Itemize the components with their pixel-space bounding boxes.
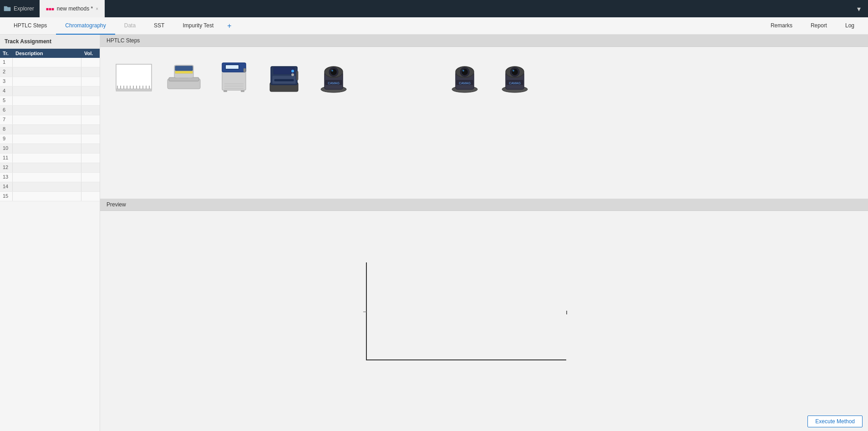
instrument-tlc-plate[interactable]: [114, 56, 155, 97]
track-volume[interactable]: [81, 154, 100, 163]
track-number: 3: [0, 77, 13, 86]
track-description[interactable]: [13, 87, 81, 96]
tab-dirty-indicator: ■■■: [46, 6, 54, 11]
track-description[interactable]: [13, 106, 81, 115]
track-description[interactable]: [13, 192, 81, 201]
tab-sst[interactable]: SST: [145, 17, 173, 35]
instrument-detector1[interactable]: CAMAG: [314, 56, 355, 97]
table-row[interactable]: 14: [0, 182, 100, 192]
preview-content: [100, 211, 868, 412]
chamber-blue-icon: [214, 56, 255, 97]
main-tab[interactable]: ■■■ new methods * ×: [40, 0, 105, 17]
track-number: 13: [0, 173, 13, 182]
svg-rect-23: [226, 65, 239, 69]
track-volume[interactable]: [81, 134, 100, 144]
svg-point-36: [291, 73, 294, 76]
track-description[interactable]: [13, 58, 81, 67]
track-number: 6: [0, 106, 13, 115]
table-row[interactable]: 13: [0, 173, 100, 182]
table-row[interactable]: 2: [0, 67, 100, 77]
track-number: 2: [0, 67, 13, 77]
track-number: 11: [0, 154, 13, 163]
track-description[interactable]: [13, 182, 81, 191]
instrument-detector3[interactable]: CAMAG: [495, 56, 536, 97]
nav-tabs: HPTLC Steps Chromatography Data SST Impu…: [0, 17, 868, 35]
track-volume[interactable]: [81, 144, 100, 153]
preview-header: Preview: [100, 199, 868, 211]
tab-log[interactable]: Log: [836, 17, 863, 35]
track-description[interactable]: [13, 67, 81, 77]
track-number: 15: [0, 192, 13, 201]
track-number: 1: [0, 58, 13, 67]
add-tab-button[interactable]: +: [223, 17, 236, 35]
tab-report[interactable]: Report: [802, 17, 836, 35]
track-description[interactable]: [13, 173, 81, 182]
svg-rect-17: [175, 71, 193, 73]
track-volume[interactable]: [81, 125, 100, 134]
expand-button[interactable]: ▾: [853, 5, 864, 13]
table-row[interactable]: 10: [0, 144, 100, 154]
track-description[interactable]: [13, 96, 81, 105]
svg-rect-37: [296, 71, 298, 80]
right-tabs: Remarks Report Log: [761, 17, 863, 35]
track-description[interactable]: [13, 134, 81, 144]
track-table: Tr. Description Vol. 1 2 3 4 5 6: [0, 49, 100, 431]
svg-rect-28: [223, 90, 227, 92]
table-row[interactable]: 4: [0, 87, 100, 96]
table-row[interactable]: 5: [0, 96, 100, 106]
track-volume[interactable]: [81, 87, 100, 96]
main-layout: Track Assignment Tr. Description Vol. 1 …: [0, 35, 868, 431]
svg-text:CAMAG: CAMAG: [328, 82, 340, 85]
track-volume[interactable]: [81, 192, 100, 201]
table-row[interactable]: 11: [0, 154, 100, 163]
svg-point-43: [331, 70, 333, 72]
table-row[interactable]: 7: [0, 115, 100, 125]
track-number: 10: [0, 144, 13, 153]
table-row[interactable]: 15: [0, 192, 100, 201]
track-description[interactable]: [13, 163, 81, 172]
tab-chromatography[interactable]: Chromatography: [56, 17, 115, 35]
execute-method-button[interactable]: Execute Method: [807, 416, 863, 427]
tab-hptlc-steps[interactable]: HPTLC Steps: [5, 17, 56, 35]
left-panel: Track Assignment Tr. Description Vol. 1 …: [0, 35, 100, 431]
track-volume[interactable]: [81, 115, 100, 124]
track-description[interactable]: [13, 115, 81, 124]
svg-rect-0: [116, 64, 152, 89]
track-volume[interactable]: [81, 182, 100, 191]
instrument-applicator[interactable]: [164, 56, 205, 97]
tab-close-button[interactable]: ×: [96, 6, 98, 11]
execute-btn-area: Execute Method: [100, 412, 868, 431]
instrument-chamber-blue[interactable]: [214, 56, 255, 97]
track-description[interactable]: [13, 144, 81, 153]
track-volume[interactable]: [81, 163, 100, 172]
detector2-icon: CAMAG: [445, 56, 486, 97]
track-volume[interactable]: [81, 58, 100, 67]
svg-rect-16: [175, 66, 193, 71]
tab-remarks[interactable]: Remarks: [761, 17, 802, 35]
instrument-detector2[interactable]: CAMAG: [445, 56, 486, 97]
track-rows: 1 2 3 4 5 6 7 8: [0, 58, 100, 201]
table-row[interactable]: 6: [0, 106, 100, 115]
svg-rect-29: [241, 90, 244, 92]
scanner-icon: [264, 56, 305, 97]
track-description[interactable]: [13, 125, 81, 134]
track-volume[interactable]: [81, 106, 100, 115]
hptlc-steps-area: HPTLC Steps: [100, 35, 868, 199]
instruments-grid: CAMAG: [100, 47, 868, 106]
track-volume[interactable]: [81, 67, 100, 77]
table-row[interactable]: 12: [0, 163, 100, 173]
track-volume[interactable]: [81, 77, 100, 86]
track-description[interactable]: [13, 154, 81, 163]
track-number: 12: [0, 163, 13, 172]
tab-impurity-test[interactable]: Impurity Test: [173, 17, 223, 35]
svg-point-42: [330, 69, 337, 75]
table-row[interactable]: 8: [0, 125, 100, 134]
svg-text:CAMAG: CAMAG: [509, 82, 521, 85]
table-row[interactable]: 1: [0, 58, 100, 67]
instrument-scanner[interactable]: [264, 56, 305, 97]
track-volume[interactable]: [81, 173, 100, 182]
table-row[interactable]: 9: [0, 134, 100, 144]
table-row[interactable]: 3: [0, 77, 100, 87]
track-volume[interactable]: [81, 96, 100, 105]
track-description[interactable]: [13, 77, 81, 86]
